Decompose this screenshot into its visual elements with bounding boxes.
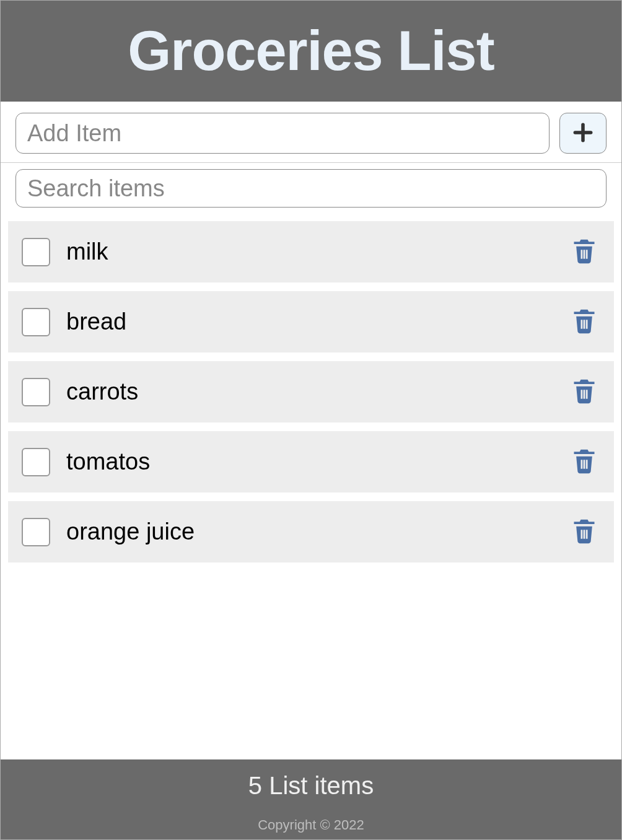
item-label: orange juice (66, 518, 568, 545)
search-row (1, 163, 621, 216)
item-count: 5 List items (1, 772, 621, 800)
item-label: tomatos (66, 448, 568, 475)
delete-item-button[interactable] (568, 514, 600, 550)
trash-icon (571, 516, 598, 548)
copyright: Copyright © 2022 (1, 817, 621, 833)
list-item: tomatos (8, 431, 614, 492)
trash-icon (571, 236, 598, 268)
item-checkbox[interactable] (22, 448, 50, 476)
add-item-input[interactable] (15, 113, 550, 154)
delete-item-button[interactable] (568, 374, 600, 410)
item-checkbox[interactable] (22, 308, 50, 336)
list-item: carrots (8, 361, 614, 422)
delete-item-button[interactable] (568, 304, 600, 340)
item-label: bread (66, 308, 568, 335)
item-checkbox[interactable] (22, 378, 50, 406)
add-item-row (1, 102, 621, 163)
search-input[interactable] (15, 169, 607, 208)
add-item-button[interactable] (559, 113, 607, 154)
list-item: bread (8, 291, 614, 352)
list-item: orange juice (8, 501, 614, 562)
trash-icon (571, 306, 598, 338)
app-header: Groceries List (1, 1, 621, 102)
list-item: milk (8, 221, 614, 282)
app-footer: 5 List items Copyright © 2022 (1, 759, 621, 839)
delete-item-button[interactable] (568, 444, 600, 480)
delete-item-button[interactable] (568, 234, 600, 270)
trash-icon (571, 376, 598, 408)
item-checkbox[interactable] (22, 238, 50, 266)
item-checkbox[interactable] (22, 518, 50, 546)
item-label: milk (66, 238, 568, 265)
page-title: Groceries List (1, 19, 621, 83)
groceries-list: milk bread carrots tomatos (1, 216, 621, 759)
item-label: carrots (66, 378, 568, 405)
plus-icon (571, 121, 595, 146)
trash-icon (571, 446, 598, 478)
